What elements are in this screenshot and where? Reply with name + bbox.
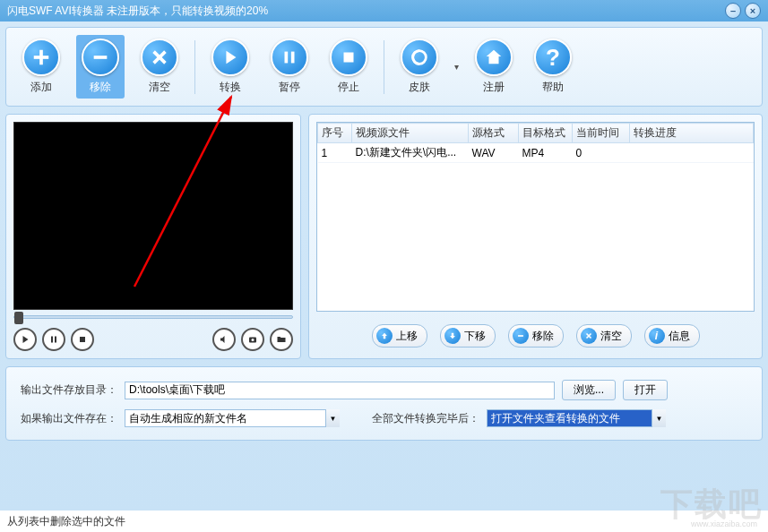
main-toolbar: 添加 移除 清空 转换 暂停 停止 皮肤 ▾ 注册 (5, 27, 763, 107)
snapshot-button[interactable] (241, 328, 264, 351)
close-button[interactable]: × (745, 3, 761, 19)
preview-play-button[interactable] (13, 328, 37, 351)
svg-rect-1 (34, 56, 49, 59)
svg-rect-9 (80, 337, 85, 342)
seek-slider[interactable] (13, 315, 293, 319)
skin-dropdown-icon[interactable]: ▾ (454, 62, 459, 72)
toolbar-separator (194, 40, 195, 94)
list-clear-button[interactable]: 清空 (576, 324, 632, 348)
col-srcfmt[interactable]: 源格式 (469, 124, 519, 143)
col-source[interactable]: 视频源文件 (352, 124, 469, 143)
preview-stop-button[interactable] (71, 328, 94, 351)
volume-button[interactable] (212, 328, 236, 351)
help-button[interactable]: ? 帮助 (529, 35, 577, 99)
arrow-up-icon (376, 328, 393, 344)
info-button[interactable]: i信息 (644, 324, 700, 348)
svg-rect-2 (94, 56, 108, 59)
list-remove-button[interactable]: 移除 (508, 324, 564, 348)
table-row[interactable]: 1 D:\新建文件夹\闪电... WAV MP4 0 (318, 143, 754, 163)
svg-rect-7 (51, 337, 53, 343)
add-button[interactable]: 添加 (17, 35, 65, 99)
browse-button[interactable]: 浏览... (562, 380, 616, 400)
output-dir-label: 输出文件存放目录： (21, 382, 117, 398)
file-table[interactable]: 序号 视频源文件 源格式 目标格式 当前时间 转换进度 1 D:\新建文件夹\闪… (317, 123, 754, 163)
minus-icon (513, 328, 529, 344)
skin-icon (401, 39, 438, 76)
svg-point-11 (252, 339, 255, 341)
after-done-label: 全部文件转换完毕后： (372, 411, 479, 426)
svg-rect-5 (344, 53, 354, 63)
plus-icon (22, 39, 60, 76)
minimize-button[interactable]: – (725, 3, 741, 19)
x-icon (141, 39, 178, 76)
output-dir-input[interactable] (125, 382, 555, 399)
home-icon (475, 39, 513, 76)
move-down-button[interactable]: 下移 (440, 324, 496, 348)
stop-icon (330, 39, 367, 76)
col-curtime[interactable]: 当前时间 (573, 124, 630, 143)
folder-button[interactable] (270, 328, 293, 351)
if-exists-select[interactable] (125, 409, 340, 427)
stop-button[interactable]: 停止 (324, 35, 373, 99)
pause-icon (271, 39, 308, 76)
col-dstfmt[interactable]: 目标格式 (519, 124, 573, 143)
convert-button[interactable]: 转换 (206, 35, 255, 99)
chevron-down-icon[interactable]: ▼ (652, 409, 666, 427)
app-title: 闪电SWF AVI转换器 未注册版本，只能转换视频的20% (7, 4, 268, 19)
svg-rect-12 (518, 335, 523, 337)
open-button[interactable]: 打开 (623, 380, 668, 400)
col-progress[interactable]: 转换进度 (630, 124, 754, 143)
question-icon: ? (534, 39, 572, 76)
clear-button[interactable]: 清空 (135, 35, 184, 99)
remove-button[interactable]: 移除 (76, 35, 125, 99)
video-preview (13, 122, 293, 310)
svg-rect-8 (55, 337, 56, 343)
pause-button[interactable]: 暂停 (265, 35, 314, 99)
if-exists-label: 如果输出文件存在： (21, 411, 117, 426)
register-button[interactable]: 注册 (470, 35, 518, 99)
col-index[interactable]: 序号 (318, 124, 352, 143)
move-up-button[interactable]: 上移 (372, 324, 427, 348)
minus-icon (82, 39, 119, 76)
preview-panel (5, 114, 301, 359)
after-done-select[interactable] (487, 409, 666, 427)
x-icon (581, 328, 597, 344)
svg-rect-3 (285, 52, 289, 64)
arrow-down-icon (444, 328, 461, 344)
svg-rect-4 (291, 52, 295, 64)
output-settings-panel: 输出文件存放目录： 浏览... 打开 如果输出文件存在： ▼ 全部文件转换完毕后… (5, 366, 763, 441)
skin-button[interactable]: 皮肤 (395, 35, 444, 99)
chevron-down-icon[interactable]: ▼ (325, 409, 340, 427)
toolbar-separator (384, 40, 384, 94)
file-list-panel: 序号 视频源文件 源格式 目标格式 当前时间 转换进度 1 D:\新建文件夹\闪… (308, 114, 763, 359)
info-icon: i (649, 328, 665, 344)
preview-pause-button[interactable] (42, 328, 65, 351)
status-bar: 从列表中删除选中的文件 (0, 511, 768, 532)
play-icon (211, 39, 249, 76)
